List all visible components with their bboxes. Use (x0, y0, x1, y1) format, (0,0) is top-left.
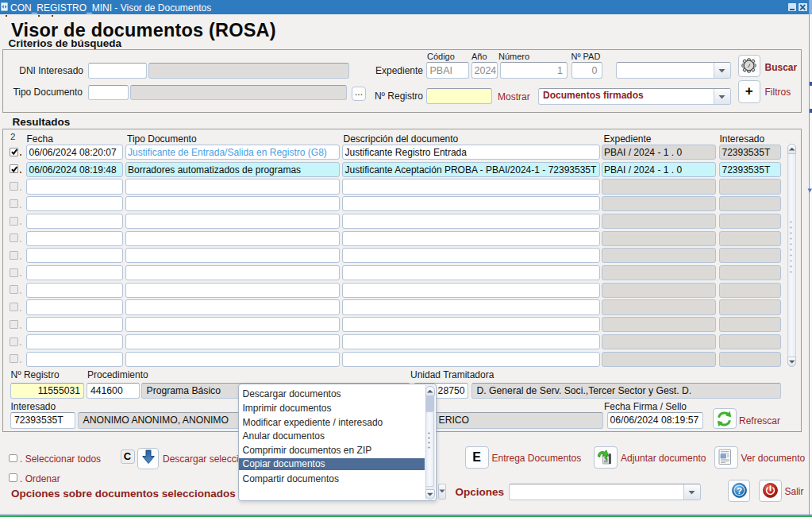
svg-text:?: ? (737, 486, 742, 496)
